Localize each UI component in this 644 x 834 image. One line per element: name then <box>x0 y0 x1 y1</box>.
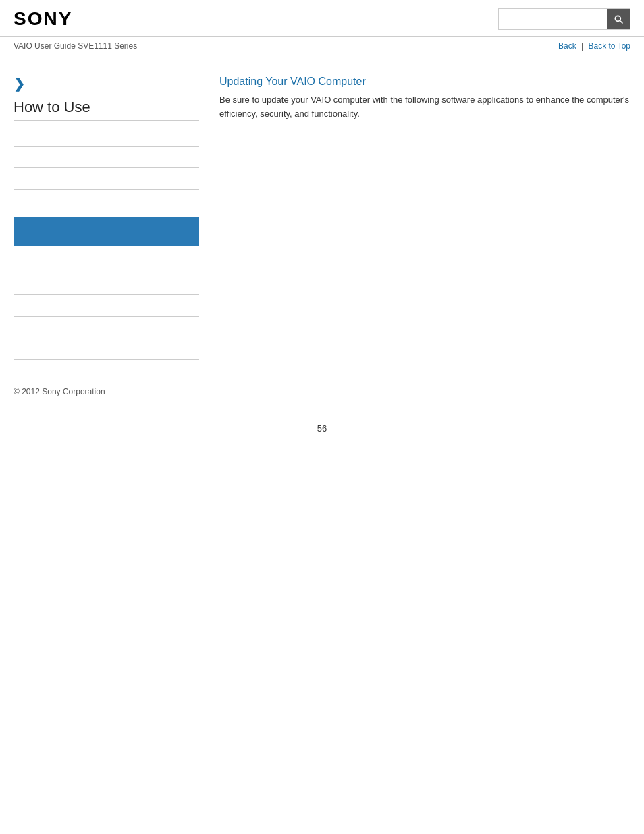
nav-bar: VAIO User Guide SVE1111 Series Back | Ba… <box>0 37 644 55</box>
search-box <box>498 8 630 30</box>
search-button[interactable] <box>607 9 630 29</box>
nav-links: Back | Back to Top <box>558 41 630 51</box>
sidebar-item-2[interactable] <box>14 147 199 168</box>
nav-separator: | <box>581 41 583 51</box>
sidebar-items-top <box>14 125 199 211</box>
sidebar-item-7[interactable] <box>14 295 199 317</box>
sidebar-items-bottom <box>14 252 199 360</box>
back-link[interactable]: Back <box>558 41 576 51</box>
footer: © 2012 Sony Corporation <box>0 373 644 410</box>
header: SONY <box>0 0 644 37</box>
sidebar-item-8[interactable] <box>14 317 199 338</box>
chevron-icon: ❯ <box>14 76 25 92</box>
guide-title: VAIO User Guide SVE1111 Series <box>14 41 137 51</box>
page-number: 56 <box>0 410 644 447</box>
sidebar-highlight-item[interactable] <box>14 217 199 246</box>
content-area: Updating Your VAIO Computer Be sure to u… <box>213 55 644 373</box>
sidebar-item-9[interactable] <box>14 338 199 360</box>
sidebar-item-1[interactable] <box>14 125 199 147</box>
sidebar-item-4[interactable] <box>14 190 199 211</box>
back-to-top-link[interactable]: Back to Top <box>589 41 630 51</box>
sidebar-item-5[interactable] <box>14 252 199 273</box>
article-description: Be sure to update your VAIO computer wit… <box>219 93 630 130</box>
article-title[interactable]: Updating Your VAIO Computer <box>219 76 630 88</box>
sidebar-title: How to Use <box>14 99 199 121</box>
sony-logo: SONY <box>14 8 72 30</box>
sidebar: ❯ How to Use <box>0 55 213 373</box>
sidebar-item-6[interactable] <box>14 273 199 295</box>
search-icon <box>613 14 624 24</box>
sidebar-item-3[interactable] <box>14 168 199 190</box>
copyright-text: © 2012 Sony Corporation <box>14 387 105 396</box>
search-input[interactable] <box>499 9 607 29</box>
main-content: ❯ How to Use <box>0 55 644 373</box>
